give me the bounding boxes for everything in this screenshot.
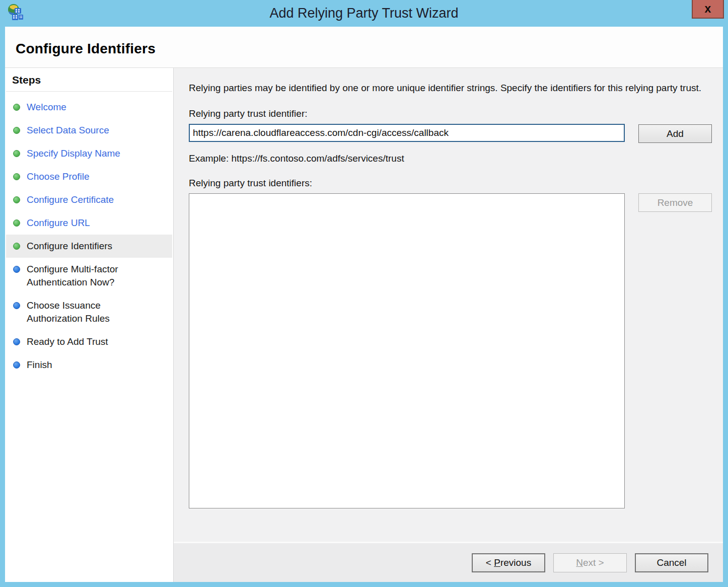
intro-text: Relying parties may be identified by one… (189, 81, 703, 95)
step-item: Finish (6, 353, 172, 377)
main-panel: Relying parties may be identified by one… (174, 68, 723, 542)
previous-label: < Previous (486, 557, 531, 568)
step-bullet-icon (13, 338, 20, 345)
steps-heading: Steps (6, 68, 172, 92)
relying-party-identifier-input[interactable] (189, 124, 625, 142)
identifiers-list-label: Relying party trust identifiers: (189, 178, 712, 189)
example-text: Example: https://fs.contoso.com/adfs/ser… (189, 153, 712, 164)
step-label: Configure Identifiers (27, 240, 112, 253)
step-item: Configure Multi-factor Authentication No… (6, 258, 172, 294)
step-label: Select Data Source (27, 124, 109, 137)
steps-sidebar: Steps Welcome Select Data Source Specify… (5, 68, 174, 582)
add-button[interactable]: Add (638, 124, 712, 143)
step-item[interactable]: Configure Certificate (6, 188, 172, 211)
step-bullet-icon (13, 219, 20, 227)
footer-bar: < Previous Next > Cancel (174, 542, 723, 582)
step-item[interactable]: Configure URL (6, 211, 172, 235)
step-label: Configure URL (27, 216, 90, 230)
next-button[interactable]: Next > (553, 553, 627, 572)
wizard-window: Add Relying Party Trust Wizard x Configu… (0, 0, 728, 587)
step-item: Ready to Add Trust (6, 330, 172, 353)
page-header: Configure Identifiers (5, 27, 723, 68)
step-bullet-icon (13, 196, 20, 203)
step-bullet-icon (13, 361, 20, 369)
step-bullet-icon (13, 302, 20, 309)
step-label: Choose Issuance Authorization Rules (27, 299, 145, 325)
step-bullet-icon (13, 127, 20, 134)
step-bullet-icon (13, 266, 20, 273)
step-label: Welcome (27, 101, 66, 114)
step-item[interactable]: Specify Display Name (6, 142, 172, 165)
step-item: Choose Issuance Authorization Rules (6, 294, 172, 330)
next-label: Next > (576, 557, 604, 568)
step-item[interactable]: Configure Identifiers (6, 235, 172, 258)
step-label: Configure Multi-factor Authentication No… (27, 263, 145, 289)
step-label: Configure Certificate (27, 193, 114, 206)
window-title: Add Relying Party Trust Wizard (5, 6, 723, 21)
step-label: Choose Profile (27, 170, 90, 183)
remove-button[interactable]: Remove (638, 193, 712, 212)
step-label: Finish (27, 358, 52, 372)
step-label: Specify Display Name (27, 147, 120, 160)
relying-party-identifiers-listbox[interactable] (189, 193, 625, 508)
close-button[interactable]: x (692, 0, 724, 19)
previous-button[interactable]: < Previous (472, 553, 545, 572)
step-item[interactable]: Choose Profile (6, 165, 172, 188)
wizard-content: Configure Identifiers Steps Welcome Sele… (5, 27, 723, 582)
steps-list: Welcome Select Data Source Specify Displ… (5, 94, 173, 379)
cancel-button[interactable]: Cancel (635, 553, 708, 572)
page-title: Configure Identifiers (16, 41, 156, 57)
step-bullet-icon (13, 243, 20, 250)
step-item[interactable]: Select Data Source (6, 119, 172, 142)
step-bullet-icon (13, 173, 20, 180)
step-bullet-icon (13, 104, 20, 111)
step-item[interactable]: Welcome (6, 96, 172, 119)
step-bullet-icon (13, 150, 20, 157)
identifier-input-label: Relying party trust identifier: (189, 108, 712, 119)
step-label: Ready to Add Trust (27, 335, 108, 348)
titlebar[interactable]: Add Relying Party Trust Wizard x (5, 0, 723, 27)
